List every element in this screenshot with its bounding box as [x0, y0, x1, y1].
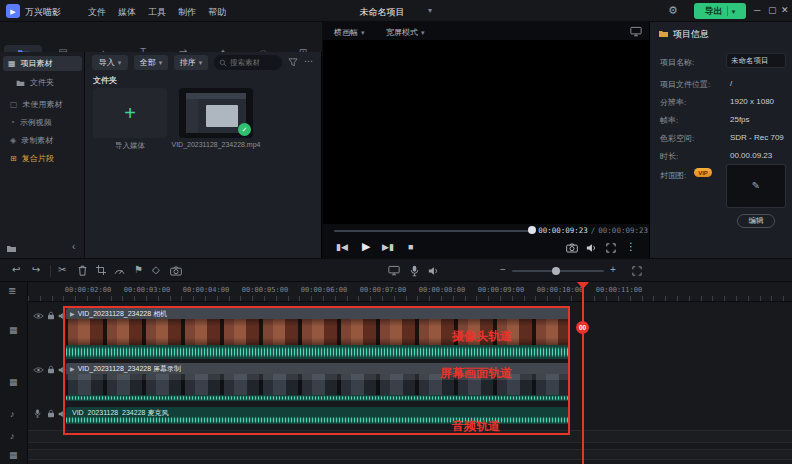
nav-unused-media[interactable]: ▢ 未使用素材	[10, 99, 63, 110]
project-title-chevron-icon[interactable]: ▾	[428, 7, 432, 15]
media-panel: 导入 ▾ 全部 ▾ 排序 ▾ ⋯ 文件夹 + 导入媒体	[85, 52, 322, 258]
display-mode-icon[interactable]	[630, 26, 642, 37]
menu-file[interactable]: 文件	[88, 6, 106, 19]
nav-compound-clip[interactable]: ⊞ 复合片段	[10, 153, 54, 164]
empty-track-row[interactable]	[28, 430, 792, 443]
ruler-label: 00:00:05:00	[237, 286, 293, 294]
thumbnail-window	[186, 93, 246, 133]
next-frame-icon[interactable]: ▶▮	[382, 243, 394, 252]
close-icon[interactable]: ✕	[781, 6, 789, 15]
play-icon[interactable]: ▶	[362, 241, 370, 252]
manage-tracks-icon[interactable]: ≣	[8, 286, 16, 296]
edit-cover-button[interactable]: 编辑	[737, 214, 775, 228]
nav-recordings[interactable]: ◈ 录制素材	[10, 135, 53, 146]
chevron-down-icon: ▾	[199, 59, 203, 66]
delete-trash-icon[interactable]	[78, 265, 87, 276]
collapse-panel-icon[interactable]: ‹	[72, 242, 75, 252]
media-clip-thumbnail[interactable]: ✓	[179, 88, 253, 138]
audio-track-icon[interactable]: ♪	[10, 432, 15, 441]
marker-flag-icon[interactable]: ⚑	[134, 265, 143, 275]
audio-mixer-icon[interactable]	[428, 266, 439, 276]
nav-project-media[interactable]: ▦ 项目素材	[3, 56, 82, 71]
zoom-in-icon[interactable]: +	[610, 265, 616, 275]
track2-visibility-eye-icon[interactable]	[33, 366, 44, 374]
redo-icon[interactable]: ↪	[32, 265, 40, 275]
project-folder-icon	[658, 29, 669, 38]
undo-icon[interactable]: ↩	[12, 265, 20, 275]
zoom-slider-handle[interactable]	[552, 267, 560, 275]
fullscreen-icon[interactable]	[606, 243, 616, 253]
camera-clip-audio-waveform[interactable]	[66, 345, 570, 359]
keyframe-icon[interactable]: ◇	[152, 265, 160, 275]
tab-project-info[interactable]: 项目信息	[673, 28, 709, 41]
voiceover-mic-icon[interactable]	[410, 265, 419, 277]
colorspace-value: SDR - Rec 709	[730, 133, 784, 142]
fit-timeline-icon[interactable]	[632, 266, 642, 276]
folder-icon	[16, 79, 25, 87]
empty-track-row[interactable]	[28, 449, 792, 460]
total-time: 00:00:09:23	[598, 226, 648, 235]
maximize-icon[interactable]: ▢	[768, 6, 777, 15]
project-name-field[interactable]	[726, 53, 786, 68]
import-media-tile[interactable]: +	[93, 88, 167, 138]
track3-lock-icon[interactable]	[47, 409, 55, 418]
snapshot-camera-icon[interactable]	[566, 243, 578, 253]
selected-check-badge: ✓	[238, 123, 251, 136]
playhead-top-marker[interactable]	[577, 282, 589, 289]
menu-create[interactable]: 制作	[178, 6, 196, 19]
playhead-line[interactable]	[582, 282, 584, 464]
menu-media[interactable]: 媒体	[118, 6, 136, 19]
track1-lock-icon[interactable]	[47, 311, 55, 320]
video-track-icon[interactable]: ▦	[9, 378, 18, 387]
previous-frame-icon[interactable]: ▮◀	[336, 243, 348, 252]
zoom-out-icon[interactable]: −	[500, 265, 506, 275]
export-button[interactable]: 导出 ▾	[694, 3, 746, 19]
video-track-icon[interactable]: ▦	[9, 451, 18, 460]
project-name-input[interactable]	[727, 54, 783, 67]
crop-icon[interactable]	[96, 265, 106, 275]
playhead-handle[interactable]: 00	[576, 321, 589, 334]
split-scissors-icon[interactable]: ✂	[58, 265, 66, 275]
track2-lock-icon[interactable]	[47, 365, 55, 374]
minimize-icon[interactable]: ─	[754, 6, 760, 15]
speed-gauge-icon[interactable]	[114, 266, 125, 275]
cover-thumbnail[interactable]: ✎	[726, 164, 786, 208]
snapshot-icon[interactable]	[170, 266, 182, 276]
menu-tools[interactable]: 工具	[148, 6, 166, 19]
import-button[interactable]: 导入 ▾	[92, 55, 128, 70]
filter-all-button[interactable]: 全部 ▾	[134, 55, 168, 70]
settings-gear-icon[interactable]: ⚙	[668, 5, 678, 16]
seek-handle[interactable]	[528, 226, 536, 234]
screen-clip-name: VID_20231128_234228 屏幕录制	[78, 364, 181, 374]
audio-track-icon[interactable]: ♪	[10, 410, 15, 419]
screen-clip-audio-waveform[interactable]	[66, 395, 570, 401]
menu-help[interactable]: 帮助	[208, 6, 226, 19]
camera-clip-header[interactable]: ▶ VID_20231128_234228 相机	[66, 308, 570, 319]
chevron-down-icon: ▾	[361, 29, 365, 36]
volume-speaker-icon[interactable]	[586, 243, 597, 253]
export-chevron-icon: ▾	[732, 8, 736, 15]
track1-visibility-eye-icon[interactable]	[33, 312, 44, 320]
filter-icon[interactable]	[288, 58, 298, 67]
search-box[interactable]	[214, 55, 282, 70]
filmora-app: ▶ 万兴喵影 文件 媒体 工具 制作 帮助 未命名项目 ▾ ⚙ 导出 ▾ ─ ▢…	[0, 0, 792, 464]
sort-button[interactable]: 排序 ▾	[174, 55, 208, 70]
track3-mic-icon[interactable]	[34, 409, 41, 418]
render-preview-icon[interactable]	[388, 265, 400, 276]
stop-icon[interactable]: ■	[408, 243, 413, 252]
aspect-ratio-dropdown[interactable]: 横画幅 ▾	[334, 27, 365, 38]
ruler-label: 00:00:02:00	[60, 286, 116, 294]
ruler-label: 00:00:11:00	[591, 286, 647, 294]
preview-mode-dropdown[interactable]: 宽屏模式 ▾	[386, 27, 425, 38]
project-name-label: 项目名称:	[660, 57, 694, 68]
search-input[interactable]	[230, 58, 278, 67]
nav-folder[interactable]: 文件夹	[16, 77, 54, 88]
new-folder-icon[interactable]	[6, 244, 17, 253]
more-options-icon[interactable]: ⋯	[304, 57, 313, 66]
video-track-icon[interactable]: ▦	[9, 326, 18, 335]
more-vertical-icon[interactable]: ⋮	[626, 242, 636, 252]
preview-canvas[interactable]	[323, 40, 649, 224]
nav-sample-videos[interactable]: ◔ 示例视频	[10, 117, 52, 128]
seek-track[interactable]	[334, 230, 534, 232]
clip-filename: VID_20231128_234228.mp4	[168, 141, 264, 148]
